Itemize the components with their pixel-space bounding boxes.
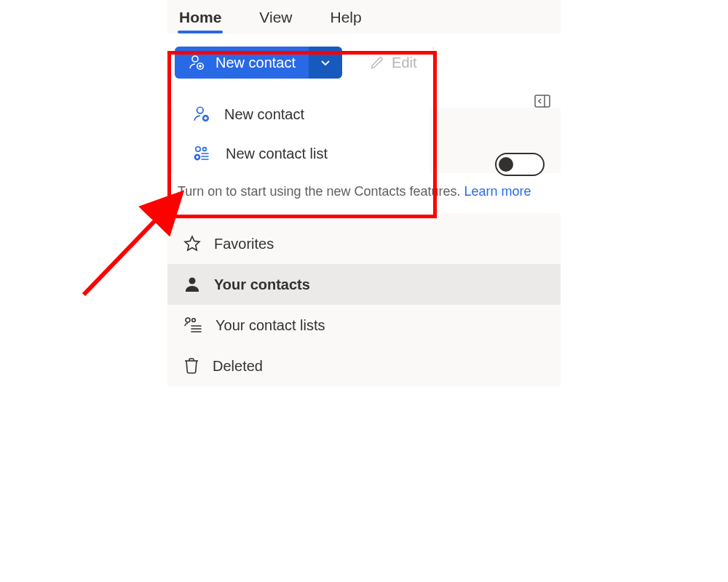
- person-add-icon: [192, 105, 211, 124]
- svg-point-8: [196, 147, 200, 151]
- edit-button: Edit: [354, 47, 433, 79]
- new-contacts-toggle[interactable]: [495, 153, 545, 176]
- svg-point-4: [197, 107, 204, 113]
- new-contact-dropdown-toggle[interactable]: [309, 47, 342, 79]
- sidebar-item-label: Your contact lists: [215, 317, 325, 334]
- sidebar-item-favorites[interactable]: Favorites: [167, 223, 561, 264]
- tab-home[interactable]: Home: [178, 6, 223, 33]
- person-icon: [183, 276, 201, 293]
- svg-line-23: [84, 196, 178, 295]
- star-icon: [183, 235, 201, 252]
- sidebar-item-label: Deleted: [213, 358, 263, 375]
- sidebar-item-label: Favorites: [214, 236, 274, 252]
- sidebar-nav: Favorites Your contacts: [167, 223, 561, 386]
- tab-help[interactable]: Help: [329, 6, 363, 33]
- svg-point-16: [189, 278, 196, 284]
- tab-bar: Home View Help: [167, 0, 561, 33]
- sidebar-item-your-contact-lists[interactable]: Your contact lists: [167, 305, 561, 346]
- people-add-icon: [192, 144, 213, 163]
- svg-point-17: [186, 318, 190, 322]
- new-contact-label: New contact: [215, 55, 296, 71]
- edit-label: Edit: [392, 55, 416, 71]
- sidebar-item-your-contacts[interactable]: Your contacts: [167, 264, 561, 305]
- sidebar-item-label: Your contacts: [214, 276, 310, 293]
- tab-view[interactable]: View: [258, 6, 293, 33]
- collapse-panel-icon[interactable]: [534, 95, 550, 108]
- learn-more-link[interactable]: Learn more: [464, 184, 531, 199]
- svg-point-18: [192, 319, 196, 322]
- feature-notice: Turn on to start using the new Contacts …: [167, 173, 561, 213]
- chevron-down-icon: [320, 57, 331, 68]
- new-contact-dropdown: New contact New contact list: [175, 90, 430, 179]
- svg-point-9: [203, 148, 207, 151]
- new-contact-button[interactable]: New contact: [175, 47, 309, 79]
- people-list-icon: [183, 316, 202, 334]
- menu-item-new-contact[interactable]: New contact: [175, 95, 430, 134]
- menu-item-label: New contact list: [226, 146, 328, 162]
- svg-marker-15: [185, 236, 199, 250]
- trash-icon: [183, 357, 199, 375]
- pencil-icon: [370, 55, 384, 70]
- menu-item-new-contact-list[interactable]: New contact list: [175, 134, 430, 173]
- notice-text: Turn on to start using the new Contacts …: [178, 184, 464, 199]
- svg-rect-13: [535, 95, 550, 107]
- toggle-knob: [499, 157, 513, 172]
- menu-item-label: New contact: [224, 106, 304, 123]
- person-add-icon: [188, 54, 205, 71]
- toolbar: New contact Edit: [167, 33, 561, 92]
- svg-point-0: [192, 56, 198, 62]
- sidebar-item-deleted[interactable]: Deleted: [167, 346, 561, 386]
